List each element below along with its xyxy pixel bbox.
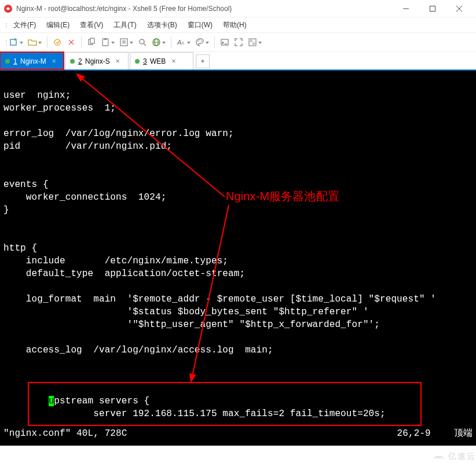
- close-tab-icon[interactable]: ×: [116, 57, 120, 65]
- disconnect-button[interactable]: [65, 36, 77, 48]
- tab-index: 2: [78, 57, 82, 65]
- close-tab-icon[interactable]: ×: [171, 57, 175, 65]
- menu-file[interactable]: 文件(F): [9, 19, 40, 32]
- status-dot-icon: [5, 59, 10, 64]
- tab-index: 3: [143, 57, 147, 65]
- terminal-line: user nginx;: [3, 90, 71, 101]
- terminal-line: default_type application/octet-stream;: [3, 269, 245, 279]
- menu-grip-icon: ⋮: [3, 22, 7, 28]
- svg-rect-2: [430, 6, 435, 11]
- tab-web[interactable]: 3 WEB ×: [130, 52, 193, 69]
- watermark-text: 亿速云: [448, 451, 476, 462]
- close-button[interactable]: [446, 0, 473, 17]
- title-bar: Nginx-M - root@localhost:/etc/nginx - Xs…: [0, 0, 476, 17]
- maximize-button[interactable]: [419, 0, 446, 17]
- toolbar-divider: [214, 36, 215, 48]
- svg-point-6: [54, 39, 60, 45]
- menu-bar: ⋮ 文件(F) 编辑(E) 查看(V) 工具(T) 选项卡(B) 窗口(W) 帮…: [0, 17, 476, 32]
- tab-nginx-s[interactable]: 2 Nginx-S ×: [65, 52, 129, 69]
- paste-button[interactable]: [100, 36, 111, 48]
- close-tab-icon[interactable]: ×: [52, 57, 56, 65]
- svg-rect-10: [104, 38, 107, 40]
- script-button[interactable]: [219, 36, 230, 48]
- new-session-button[interactable]: [8, 36, 20, 48]
- find-button[interactable]: [137, 36, 148, 48]
- terminal-line: http {: [3, 243, 37, 253]
- globe-button[interactable]: [151, 36, 162, 48]
- toolbar: ⋮ AA: [0, 32, 476, 52]
- terminal[interactable]: user nginx; worker_processes 1; error_lo…: [0, 71, 476, 446]
- tab-index: 1: [13, 57, 17, 65]
- status-scroll: 顶端: [454, 427, 473, 440]
- svg-point-12: [140, 39, 144, 44]
- watermark-logo-icon: [433, 453, 446, 461]
- svg-rect-11: [120, 39, 127, 46]
- terminal-line: pid /var/run/nginx.pid;: [3, 141, 172, 152]
- status-position: 26,2-9: [397, 427, 431, 440]
- menu-tools[interactable]: 工具(T): [109, 19, 140, 32]
- annotation-label: Nginx-M服务器池配置: [226, 190, 339, 203]
- svg-rect-23: [252, 42, 256, 46]
- copy-button[interactable]: [86, 36, 97, 48]
- svg-rect-8: [90, 38, 94, 43]
- reconnect-button[interactable]: [52, 36, 63, 48]
- toolbar-divider: [47, 36, 47, 48]
- cursor: u: [49, 396, 54, 406]
- tab-label: WEB: [150, 57, 166, 65]
- terminal-line: worker_processes 1;: [3, 103, 116, 113]
- toolbar-divider: [81, 36, 82, 48]
- svg-point-17: [197, 41, 199, 42]
- color-scheme-button[interactable]: [194, 36, 206, 48]
- toolbar-grip-icon: ⋮: [3, 39, 7, 46]
- properties-button[interactable]: [118, 36, 130, 48]
- watermark: 亿速云: [433, 451, 476, 462]
- menu-window[interactable]: 窗口(W): [184, 19, 217, 32]
- svg-rect-22: [249, 39, 252, 42]
- terminal-line: upstream servers {: [3, 396, 149, 406]
- tab-nginx-m[interactable]: 1 Nginx-M ×: [0, 52, 64, 69]
- add-tab-button[interactable]: +: [196, 54, 210, 68]
- open-button[interactable]: [27, 36, 38, 48]
- minimize-button[interactable]: [393, 0, 419, 17]
- status-file: "nginx.conf" 40L, 728C: [3, 427, 127, 440]
- window-title: Nginx-M - root@localhost:/etc/nginx - Xs…: [16, 5, 393, 13]
- tab-label: Nginx-S: [85, 57, 110, 65]
- svg-text:A: A: [181, 41, 184, 46]
- status-dot-icon: [135, 59, 140, 64]
- terminal-line: server 192.168.115.175 max_fails=2 fail_…: [3, 409, 386, 419]
- svg-point-19: [201, 41, 202, 42]
- tab-label: Nginx-M: [20, 57, 46, 65]
- font-button[interactable]: AA: [175, 36, 187, 48]
- transparency-button[interactable]: [247, 36, 258, 48]
- toolbar-divider: [171, 36, 171, 48]
- tab-bar: 1 Nginx-M × 2 Nginx-S × 3 WEB × +: [0, 52, 476, 71]
- app-icon: [3, 4, 13, 13]
- terminal-line: worker_connections 1024;: [3, 192, 166, 203]
- terminal-line: '"$http_user_agent" "$http_x_forwarded_f…: [3, 319, 380, 330]
- terminal-line: log_format main '$remote_addr - $remote_…: [3, 294, 436, 304]
- terminal-line: events {: [3, 179, 49, 190]
- terminal-line: '$status $body_bytes_sent "$http_referer…: [3, 307, 369, 317]
- terminal-line: access_log /var/log/nginx/access.log mai…: [3, 345, 273, 355]
- menu-edit[interactable]: 编辑(E): [42, 19, 74, 32]
- terminal-line: }: [3, 205, 9, 215]
- status-dot-icon: [70, 59, 75, 64]
- svg-point-18: [199, 39, 200, 41]
- menu-tabs[interactable]: 选项卡(B): [143, 19, 181, 32]
- vim-status-line: "nginx.conf" 40L, 728C 26,2-9 顶端: [3, 427, 473, 440]
- fullscreen-button[interactable]: [233, 36, 244, 48]
- menu-help[interactable]: 帮助(H): [219, 19, 251, 32]
- terminal-line: error_log /var/log/nginx/error.log warn;: [3, 128, 234, 139]
- menu-view[interactable]: 查看(V): [76, 19, 107, 32]
- terminal-line: include /etc/nginx/mime.types;: [3, 256, 228, 266]
